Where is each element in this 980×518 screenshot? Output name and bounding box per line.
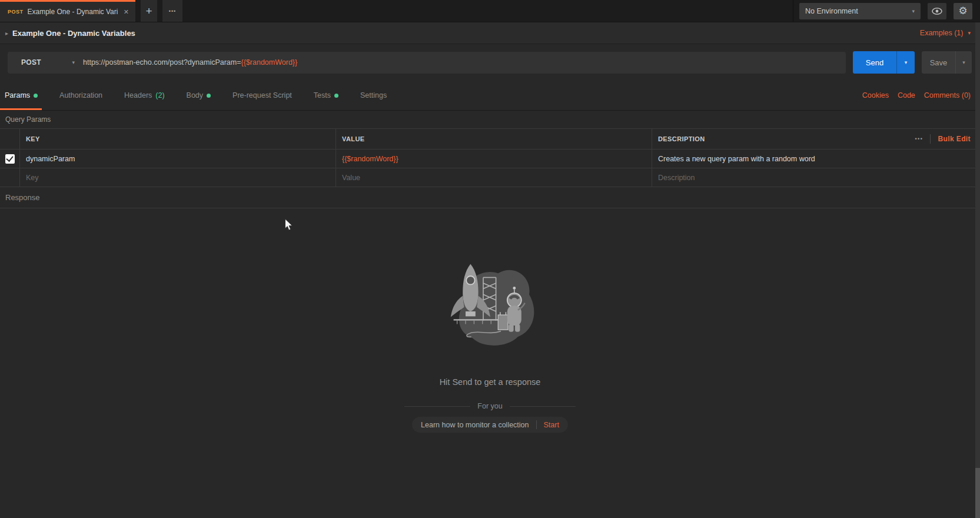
query-params-section-label: Query Params	[0, 111, 980, 128]
cta-label: Learn how to monitor a collection	[421, 421, 529, 429]
more-icon: •••	[169, 8, 176, 14]
tab-headers-label: Headers	[124, 91, 152, 99]
close-tab-icon[interactable]: ✕	[122, 7, 131, 17]
request-tabs-row: Params Authorization Headers (2) Body Pr…	[0, 81, 980, 111]
tab-tests[interactable]: Tests	[314, 81, 338, 110]
open-request-tab[interactable]: POST Example One - Dynamic Varia... ✕	[0, 0, 135, 22]
tab-settings[interactable]: Settings	[360, 81, 387, 110]
tab-pre-request-script[interactable]: Pre-request Script	[232, 81, 292, 110]
url-bar: POST ▾ https://postman-echo.com/post?dyn…	[8, 52, 846, 74]
tab-authorization[interactable]: Authorization	[59, 81, 102, 110]
table-row-empty: Key Value Description	[0, 168, 980, 187]
save-button[interactable]: Save	[922, 51, 955, 74]
divider-line	[510, 406, 576, 407]
tab-settings-label: Settings	[360, 91, 387, 99]
vertical-scrollbar[interactable]	[975, 22, 980, 518]
postman-app: POST Example One - Dynamic Varia... ✕ + …	[0, 0, 980, 518]
send-options-button[interactable]: ▾	[896, 51, 915, 74]
spacer	[408, 81, 862, 110]
column-header-description: DESCRIPTION ••• Bulk Edit	[652, 129, 980, 149]
method-label: POST	[21, 58, 72, 67]
header-checkbox-cell	[0, 129, 20, 149]
request-title-row: ▸ Example One - Dynamic Variables Exampl…	[0, 22, 980, 44]
plus-icon: +	[145, 5, 152, 18]
top-bar: POST Example One - Dynamic Varia... ✕ + …	[0, 0, 980, 22]
chevron-down-icon: ▾	[72, 59, 75, 65]
monitor-collection-cta[interactable]: Learn how to monitor a collection Start	[412, 417, 568, 433]
column-header-key: KEY	[20, 129, 336, 149]
chevron-down-icon: ▾	[912, 8, 915, 14]
tab-headers-count: (2)	[155, 91, 164, 99]
request-title: Example One - Dynamic Variables	[12, 29, 135, 38]
param-key-field[interactable]: dynamicParam	[20, 150, 336, 168]
environment-selected-label: No Environment	[805, 7, 912, 15]
tab-strip: POST Example One - Dynamic Varia... ✕ + …	[0, 0, 793, 22]
url-variable-text: {{$randomWord}}	[241, 58, 298, 67]
tab-body-label: Body	[187, 91, 204, 99]
empty-state-title: Hit Send to get a response	[440, 377, 541, 387]
row-checkbox-cell	[0, 150, 20, 168]
url-builder-row: POST ▾ https://postman-echo.com/post?dyn…	[0, 44, 980, 81]
table-header-row: KEY VALUE DESCRIPTION ••• Bulk Edit	[0, 129, 980, 149]
chevron-down-icon: ▾	[962, 59, 965, 65]
send-button[interactable]: Send	[853, 51, 896, 74]
green-dot-indicator	[34, 94, 38, 98]
tab-method-badge: POST	[8, 9, 24, 15]
param-description-field[interactable]: Creates a new query param with a random …	[652, 150, 980, 168]
examples-label: Examples (1)	[920, 29, 964, 37]
comments-link[interactable]: Comments (0)	[924, 91, 971, 99]
tab-body[interactable]: Body	[187, 81, 211, 110]
settings-button[interactable]: ⚙	[954, 3, 972, 19]
send-split-button: Send ▾	[853, 51, 915, 74]
tab-params[interactable]: Params	[5, 81, 38, 110]
table-row: dynamicParam {{$randomWord}} Creates a n…	[0, 149, 980, 168]
tab-params-label: Params	[5, 91, 30, 99]
param-value-field[interactable]: {{$randomWord}}	[336, 150, 652, 168]
response-empty-state: Hit Send to get a response For you Learn…	[0, 208, 980, 433]
green-dot-indicator	[207, 94, 211, 98]
tab-tests-label: Tests	[314, 91, 331, 99]
code-link[interactable]: Code	[898, 91, 915, 99]
new-tab-button[interactable]: +	[141, 0, 157, 22]
rocket-astronaut-illustration	[444, 262, 536, 350]
environment-select[interactable]: No Environment ▾	[799, 3, 921, 19]
cookies-link[interactable]: Cookies	[862, 91, 889, 99]
green-dot-indicator	[334, 94, 338, 98]
row-checkbox-checked[interactable]	[5, 154, 15, 164]
new-value-field[interactable]: Value	[336, 168, 652, 187]
for-you-label: For you	[477, 402, 502, 410]
query-params-table: KEY VALUE DESCRIPTION ••• Bulk Edit dyna…	[0, 128, 980, 187]
gear-icon: ⚙	[958, 5, 967, 17]
examples-dropdown[interactable]: Examples (1) ▾	[920, 29, 971, 37]
for-you-divider: For you	[404, 402, 575, 410]
response-section-label: Response	[0, 187, 980, 208]
save-split-button: Save ▾	[922, 51, 972, 74]
environment-area: No Environment ▾ ⚙	[793, 0, 980, 22]
chevron-down-icon: ▾	[905, 59, 908, 65]
params-more-options-icon[interactable]: •••	[908, 136, 930, 142]
save-options-button[interactable]: ▾	[955, 51, 972, 74]
column-header-value: VALUE	[336, 129, 652, 149]
tab-pre-request-script-label: Pre-request Script	[232, 91, 292, 99]
environment-quick-look-button[interactable]	[928, 3, 946, 19]
method-select[interactable]: POST ▾	[8, 58, 83, 67]
url-input[interactable]: https://postman-echo.com/post?dynamicPar…	[83, 58, 846, 67]
url-base-text: https://postman-echo.com/post?dynamicPar…	[83, 58, 241, 67]
row-checkbox-cell	[0, 168, 20, 187]
new-key-field[interactable]: Key	[20, 168, 336, 187]
divider-line	[404, 406, 470, 407]
description-header-label: DESCRIPTION	[658, 135, 705, 142]
tab-title: Example One - Dynamic Varia...	[28, 8, 118, 16]
tab-options-button[interactable]: •••	[162, 0, 182, 22]
quick-links: Cookies Code Comments (0)	[862, 81, 971, 110]
tab-headers[interactable]: Headers (2)	[124, 81, 165, 110]
tab-authorization-label: Authorization	[59, 91, 102, 99]
start-link[interactable]: Start	[544, 421, 559, 429]
new-description-field[interactable]: Description	[652, 168, 980, 187]
scrollbar-thumb[interactable]	[975, 468, 980, 518]
bulk-edit-link[interactable]: Bulk Edit	[938, 135, 971, 143]
collapse-caret-icon[interactable]: ▸	[5, 30, 8, 36]
divider	[930, 134, 931, 144]
chevron-down-icon: ▾	[968, 30, 971, 36]
divider	[536, 420, 537, 429]
